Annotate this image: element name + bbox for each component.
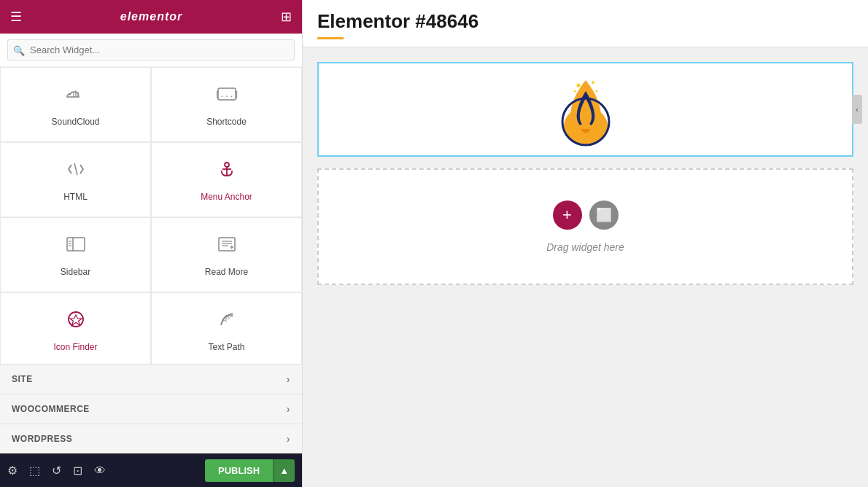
flame-container bbox=[319, 66, 852, 153]
search-icon: 🔍 bbox=[13, 44, 25, 55]
drop-actions: + ⬜ bbox=[553, 200, 619, 230]
svg-line-6 bbox=[74, 163, 77, 175]
svg-point-29 bbox=[573, 90, 576, 93]
page-title-underline bbox=[317, 37, 344, 39]
svg-point-7 bbox=[225, 163, 229, 167]
page-header: Elementor #48646 bbox=[303, 0, 868, 47]
right-content: Elementor #48646 bbox=[303, 0, 868, 487]
bottom-bar: ⚙ ⬚ ↺ ⊡ 👁 PUBLISH ▲ bbox=[0, 453, 302, 487]
hamburger-icon[interactable]: ☰ bbox=[10, 9, 22, 25]
widget-read-more[interactable]: Read More bbox=[151, 217, 302, 292]
svg-marker-20 bbox=[70, 315, 82, 325]
iconfinder-icon bbox=[64, 308, 88, 336]
readmore-icon bbox=[215, 233, 239, 261]
chevron-right-icon: › bbox=[287, 373, 290, 385]
shortcode-icon: [...] bbox=[215, 82, 239, 111]
svg-point-28 bbox=[595, 90, 597, 93]
menu-anchor-label: Menu Anchor bbox=[201, 192, 252, 202]
sidebar-label: Sidebar bbox=[61, 267, 90, 277]
textpath-icon: A B C bbox=[215, 308, 239, 336]
elementor-logo: elementor bbox=[120, 10, 182, 23]
bottom-bar-icons: ⚙ ⬚ ↺ ⊡ 👁 bbox=[7, 464, 106, 478]
soundcloud-label: SoundCloud bbox=[51, 117, 99, 127]
read-more-label: Read More bbox=[205, 267, 248, 277]
section-site-label: SITE bbox=[12, 374, 33, 384]
chevron-right-icon-2: › bbox=[287, 403, 290, 415]
publish-dropdown-button[interactable]: ▲ bbox=[273, 459, 295, 482]
chevron-right-icon-3: › bbox=[287, 433, 290, 445]
canvas-area: ‹ + ⬜ Drag widget here bbox=[303, 47, 868, 487]
widget-menu-anchor[interactable]: Menu Anchor bbox=[151, 142, 302, 217]
soundcloud-icon bbox=[64, 82, 88, 111]
canvas-drop-zone[interactable]: + ⬜ Drag widget here bbox=[317, 168, 853, 285]
section-woocommerce[interactable]: WOOCOMMERCE › bbox=[0, 394, 302, 424]
widget-text-path[interactable]: A B C Text Path bbox=[151, 292, 302, 364]
svg-rect-15 bbox=[219, 238, 235, 251]
panel-header: ☰ elementor ⊞ bbox=[0, 0, 302, 34]
grid-icon[interactable]: ⊞ bbox=[281, 9, 292, 25]
html-icon bbox=[64, 157, 88, 186]
svg-point-27 bbox=[592, 81, 594, 84]
layers-icon[interactable]: ⬚ bbox=[29, 464, 40, 478]
svg-rect-10 bbox=[67, 238, 85, 251]
canvas-block-image[interactable]: ‹ bbox=[317, 62, 853, 157]
section-site[interactable]: SITE › bbox=[0, 364, 302, 394]
section-wordpress[interactable]: WORDPRESS › bbox=[0, 424, 302, 453]
sidebar-icon bbox=[64, 233, 88, 261]
settings-icon[interactable]: ⚙ bbox=[7, 464, 18, 478]
left-panel: ☰ elementor ⊞ 🔍 SoundCloud bbox=[0, 0, 303, 487]
add-layout-button[interactable]: ⬜ bbox=[589, 200, 619, 230]
widgets-grid: SoundCloud [...] Shortcode HTML bbox=[0, 67, 302, 364]
widget-sidebar[interactable]: Sidebar bbox=[0, 217, 151, 292]
search-input[interactable] bbox=[7, 39, 295, 61]
section-wordpress-label: WORDPRESS bbox=[12, 434, 72, 444]
section-woocommerce-label: WOOCOMMERCE bbox=[12, 404, 90, 414]
svg-text:C: C bbox=[229, 311, 234, 319]
anchor-icon bbox=[215, 157, 239, 186]
svg-point-26 bbox=[576, 84, 580, 87]
responsive-icon[interactable]: ⊡ bbox=[73, 464, 82, 478]
icon-finder-label: Icon Finder bbox=[53, 342, 97, 352]
history-icon[interactable]: ↺ bbox=[52, 464, 61, 478]
widget-html[interactable]: HTML bbox=[0, 142, 151, 217]
widget-shortcode[interactable]: [...] Shortcode bbox=[151, 67, 302, 142]
publish-button[interactable]: PUBLISH bbox=[205, 459, 273, 482]
widget-icon-finder[interactable]: Icon Finder bbox=[0, 292, 151, 364]
canvas-toggle-right[interactable]: ‹ bbox=[852, 95, 862, 124]
svg-text:[...]: [...] bbox=[215, 90, 239, 99]
drop-label: Drag widget here bbox=[546, 241, 624, 253]
html-label: HTML bbox=[63, 192, 88, 202]
widget-soundcloud[interactable]: SoundCloud bbox=[0, 67, 151, 142]
add-widget-button[interactable]: + bbox=[553, 200, 582, 230]
publish-button-group: PUBLISH ▲ bbox=[205, 459, 295, 482]
svg-point-0 bbox=[71, 92, 72, 93]
preview-icon[interactable]: 👁 bbox=[94, 464, 106, 478]
page-title: Elementor #48646 bbox=[317, 10, 853, 33]
text-path-label: Text Path bbox=[208, 342, 244, 352]
shortcode-label: Shortcode bbox=[206, 117, 247, 127]
search-bar: 🔍 bbox=[0, 34, 302, 67]
